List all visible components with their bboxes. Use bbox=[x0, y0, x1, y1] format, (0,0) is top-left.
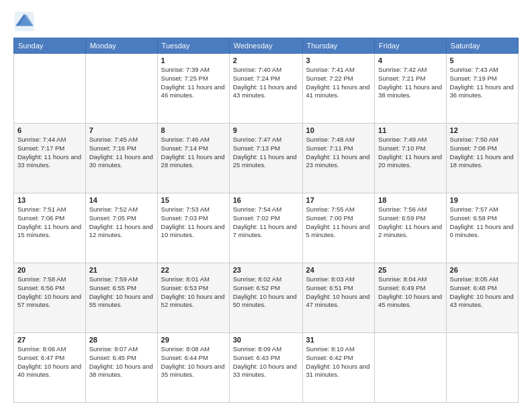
calendar-cell: 8Sunrise: 7:46 AM Sunset: 7:14 PM Daylig… bbox=[157, 124, 229, 193]
day-number: 4 bbox=[378, 56, 442, 64]
calendar-cell: 27Sunrise: 8:06 AM Sunset: 6:47 PM Dayli… bbox=[14, 333, 86, 403]
day-number: 15 bbox=[161, 196, 226, 204]
day-number: 3 bbox=[306, 56, 371, 64]
day-info: Sunrise: 7:45 AM Sunset: 7:16 PM Dayligh… bbox=[89, 136, 154, 170]
day-info: Sunrise: 8:03 AM Sunset: 6:51 PM Dayligh… bbox=[306, 275, 371, 310]
weekday-header-tuesday: Tuesday bbox=[157, 38, 229, 54]
calendar-cell: 16Sunrise: 7:54 AM Sunset: 7:02 PM Dayli… bbox=[229, 193, 302, 263]
day-number: 1 bbox=[161, 56, 226, 64]
calendar-week-3: 13Sunrise: 7:51 AM Sunset: 7:06 PM Dayli… bbox=[14, 193, 519, 263]
weekday-header-sunday: Sunday bbox=[14, 38, 86, 54]
calendar-cell bbox=[85, 54, 157, 124]
day-number: 17 bbox=[306, 196, 371, 204]
day-number: 5 bbox=[450, 56, 515, 64]
calendar-cell: 22Sunrise: 8:01 AM Sunset: 6:53 PM Dayli… bbox=[157, 263, 229, 333]
weekday-header-friday: Friday bbox=[375, 38, 446, 54]
day-number: 27 bbox=[17, 336, 82, 344]
day-info: Sunrise: 7:44 AM Sunset: 7:17 PM Dayligh… bbox=[17, 136, 82, 170]
day-info: Sunrise: 7:54 AM Sunset: 7:02 PM Dayligh… bbox=[233, 205, 299, 240]
day-info: Sunrise: 8:05 AM Sunset: 6:48 PM Dayligh… bbox=[450, 275, 515, 310]
day-number: 21 bbox=[89, 266, 154, 274]
calendar-week-4: 20Sunrise: 7:58 AM Sunset: 6:56 PM Dayli… bbox=[14, 263, 519, 333]
calendar-cell: 5Sunrise: 7:43 AM Sunset: 7:19 PM Daylig… bbox=[446, 54, 518, 124]
day-number: 29 bbox=[161, 336, 226, 344]
calendar-cell: 23Sunrise: 8:02 AM Sunset: 6:52 PM Dayli… bbox=[229, 263, 302, 333]
day-info: Sunrise: 7:58 AM Sunset: 6:56 PM Dayligh… bbox=[17, 275, 82, 310]
day-number: 14 bbox=[89, 196, 154, 204]
day-number: 30 bbox=[233, 336, 299, 344]
calendar-cell: 18Sunrise: 7:56 AM Sunset: 6:59 PM Dayli… bbox=[375, 193, 446, 263]
day-info: Sunrise: 7:42 AM Sunset: 7:21 PM Dayligh… bbox=[378, 66, 442, 100]
day-info: Sunrise: 7:52 AM Sunset: 7:05 PM Dayligh… bbox=[89, 205, 154, 240]
day-number: 9 bbox=[233, 126, 299, 134]
day-number: 16 bbox=[233, 196, 299, 204]
day-number: 20 bbox=[17, 266, 82, 274]
day-number: 25 bbox=[378, 266, 442, 274]
day-info: Sunrise: 7:50 AM Sunset: 7:08 PM Dayligh… bbox=[450, 136, 515, 170]
day-info: Sunrise: 8:06 AM Sunset: 6:47 PM Dayligh… bbox=[17, 345, 82, 379]
day-info: Sunrise: 7:56 AM Sunset: 6:59 PM Dayligh… bbox=[378, 205, 442, 240]
calendar-cell bbox=[14, 54, 86, 124]
day-info: Sunrise: 7:43 AM Sunset: 7:19 PM Dayligh… bbox=[450, 66, 515, 100]
calendar-cell: 31Sunrise: 8:10 AM Sunset: 6:42 PM Dayli… bbox=[302, 333, 375, 403]
calendar-cell: 11Sunrise: 7:49 AM Sunset: 7:10 PM Dayli… bbox=[375, 124, 446, 193]
calendar-week-2: 6Sunrise: 7:44 AM Sunset: 7:17 PM Daylig… bbox=[14, 124, 519, 193]
calendar-cell: 15Sunrise: 7:53 AM Sunset: 7:03 PM Dayli… bbox=[157, 193, 229, 263]
calendar-cell: 1Sunrise: 7:39 AM Sunset: 7:25 PM Daylig… bbox=[157, 54, 229, 124]
day-number: 8 bbox=[161, 126, 226, 134]
day-number: 22 bbox=[161, 266, 226, 274]
calendar-cell: 26Sunrise: 8:05 AM Sunset: 6:48 PM Dayli… bbox=[446, 263, 518, 333]
calendar-cell: 12Sunrise: 7:50 AM Sunset: 7:08 PM Dayli… bbox=[446, 124, 518, 193]
day-info: Sunrise: 7:57 AM Sunset: 6:58 PM Dayligh… bbox=[450, 205, 515, 240]
calendar-week-5: 27Sunrise: 8:06 AM Sunset: 6:47 PM Dayli… bbox=[14, 333, 519, 403]
logo-icon bbox=[13, 11, 35, 32]
calendar-cell: 24Sunrise: 8:03 AM Sunset: 6:51 PM Dayli… bbox=[302, 263, 375, 333]
day-number: 28 bbox=[89, 336, 154, 344]
day-info: Sunrise: 7:47 AM Sunset: 7:13 PM Dayligh… bbox=[233, 136, 299, 170]
day-number: 24 bbox=[306, 266, 371, 274]
day-info: Sunrise: 7:46 AM Sunset: 7:14 PM Dayligh… bbox=[161, 136, 226, 170]
day-number: 19 bbox=[450, 196, 515, 204]
day-info: Sunrise: 7:39 AM Sunset: 7:25 PM Dayligh… bbox=[161, 66, 226, 100]
day-info: Sunrise: 7:48 AM Sunset: 7:11 PM Dayligh… bbox=[306, 136, 371, 170]
day-number: 7 bbox=[89, 126, 154, 134]
day-info: Sunrise: 7:51 AM Sunset: 7:06 PM Dayligh… bbox=[17, 205, 82, 240]
logo bbox=[13, 11, 38, 32]
header bbox=[13, 11, 519, 32]
day-info: Sunrise: 8:10 AM Sunset: 6:42 PM Dayligh… bbox=[306, 345, 371, 379]
day-info: Sunrise: 8:04 AM Sunset: 6:49 PM Dayligh… bbox=[378, 275, 442, 310]
day-info: Sunrise: 7:49 AM Sunset: 7:10 PM Dayligh… bbox=[378, 136, 442, 170]
calendar: SundayMondayTuesdayWednesdayThursdayFrid… bbox=[13, 38, 519, 403]
day-info: Sunrise: 7:59 AM Sunset: 6:55 PM Dayligh… bbox=[89, 275, 154, 310]
calendar-cell: 3Sunrise: 7:41 AM Sunset: 7:22 PM Daylig… bbox=[302, 54, 375, 124]
day-info: Sunrise: 7:55 AM Sunset: 7:00 PM Dayligh… bbox=[306, 205, 371, 240]
calendar-cell: 25Sunrise: 8:04 AM Sunset: 6:49 PM Dayli… bbox=[375, 263, 446, 333]
day-info: Sunrise: 8:09 AM Sunset: 6:43 PM Dayligh… bbox=[233, 345, 299, 379]
weekday-header-saturday: Saturday bbox=[446, 38, 518, 54]
day-number: 13 bbox=[17, 196, 82, 204]
day-info: Sunrise: 8:02 AM Sunset: 6:52 PM Dayligh… bbox=[233, 275, 299, 310]
calendar-cell: 21Sunrise: 7:59 AM Sunset: 6:55 PM Dayli… bbox=[85, 263, 157, 333]
day-info: Sunrise: 7:40 AM Sunset: 7:24 PM Dayligh… bbox=[233, 66, 299, 100]
calendar-cell: 6Sunrise: 7:44 AM Sunset: 7:17 PM Daylig… bbox=[14, 124, 86, 193]
weekday-header-wednesday: Wednesday bbox=[229, 38, 302, 54]
calendar-cell bbox=[375, 333, 446, 403]
calendar-cell: 28Sunrise: 8:07 AM Sunset: 6:45 PM Dayli… bbox=[85, 333, 157, 403]
weekday-header-monday: Monday bbox=[85, 38, 157, 54]
day-number: 23 bbox=[233, 266, 299, 274]
calendar-cell: 19Sunrise: 7:57 AM Sunset: 6:58 PM Dayli… bbox=[446, 193, 518, 263]
calendar-cell: 13Sunrise: 7:51 AM Sunset: 7:06 PM Dayli… bbox=[14, 193, 86, 263]
day-number: 6 bbox=[17, 126, 82, 134]
day-info: Sunrise: 7:53 AM Sunset: 7:03 PM Dayligh… bbox=[161, 205, 226, 240]
calendar-week-1: 1Sunrise: 7:39 AM Sunset: 7:25 PM Daylig… bbox=[14, 54, 519, 124]
calendar-cell: 9Sunrise: 7:47 AM Sunset: 7:13 PM Daylig… bbox=[229, 124, 302, 193]
calendar-cell bbox=[446, 333, 518, 403]
weekday-header-thursday: Thursday bbox=[302, 38, 375, 54]
day-number: 12 bbox=[450, 126, 515, 134]
calendar-cell: 4Sunrise: 7:42 AM Sunset: 7:21 PM Daylig… bbox=[375, 54, 446, 124]
calendar-cell: 10Sunrise: 7:48 AM Sunset: 7:11 PM Dayli… bbox=[302, 124, 375, 193]
weekday-header-row: SundayMondayTuesdayWednesdayThursdayFrid… bbox=[14, 38, 519, 54]
day-info: Sunrise: 8:01 AM Sunset: 6:53 PM Dayligh… bbox=[161, 275, 226, 310]
day-number: 11 bbox=[378, 126, 442, 134]
day-number: 2 bbox=[233, 56, 299, 64]
